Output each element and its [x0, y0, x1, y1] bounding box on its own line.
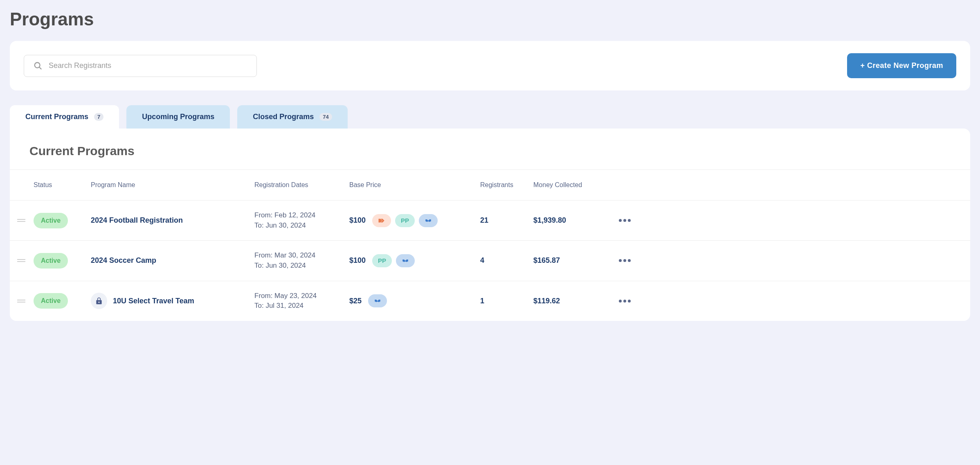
tab-label: Upcoming Programs — [142, 113, 214, 121]
price-value: $25 — [349, 297, 362, 305]
handshake-icon — [368, 294, 387, 307]
money-value: $119.62 — [533, 297, 611, 305]
page-title: Programs — [0, 0, 980, 41]
price-cell: $25 — [349, 294, 480, 307]
toolbar: + Create New Program — [10, 41, 970, 90]
program-name-link[interactable]: 2024 Soccer Camp — [91, 256, 156, 265]
registrants-value: 21 — [480, 216, 533, 225]
svg-point-0 — [35, 62, 40, 68]
price-cell: $100 PP — [349, 214, 480, 227]
status-badge: Active — [34, 213, 68, 228]
tab-current-programs[interactable]: Current Programs 7 — [10, 105, 119, 129]
col-registrants: Registrants — [480, 181, 533, 189]
program-name-link[interactable]: 10U Select Travel Team — [113, 297, 194, 305]
registration-dates: From: Feb 12, 2024 To: Jun 30, 2024 — [254, 210, 349, 230]
program-name-link[interactable]: 2024 Football Registration — [91, 216, 183, 225]
payment-plan-pill: PP — [395, 214, 415, 227]
search-wrapper — [24, 55, 257, 77]
col-price: Base Price — [349, 181, 480, 189]
price-value: $100 — [349, 216, 366, 225]
table-header: Status Program Name Registration Dates B… — [10, 169, 970, 201]
col-name: Program Name — [91, 181, 254, 189]
price-cell: $100 PP — [349, 254, 480, 267]
create-program-button[interactable]: + Create New Program — [847, 53, 956, 78]
tabs: Current Programs 7 Upcoming Programs Clo… — [10, 105, 970, 129]
tab-badge: 74 — [319, 113, 332, 121]
table-row: Active 2024 Football Registration From: … — [10, 201, 970, 241]
registration-dates: From: May 23, 2024 To: Jul 31, 2024 — [254, 291, 349, 311]
tab-closed-programs[interactable]: Closed Programs 74 — [237, 105, 348, 129]
more-icon — [619, 219, 631, 222]
row-actions-button[interactable] — [611, 300, 631, 302]
svg-line-1 — [39, 67, 42, 69]
col-status: Status — [34, 181, 91, 189]
registration-dates: From: Mar 30, 2024 To: Jun 30, 2024 — [254, 251, 349, 271]
registrants-value: 4 — [480, 256, 533, 265]
tab-label: Closed Programs — [253, 113, 314, 121]
price-value: $100 — [349, 256, 366, 265]
status-badge: Active — [34, 253, 68, 269]
tags-icon — [372, 214, 391, 227]
registrants-value: 1 — [480, 297, 533, 305]
section-title: Current Programs — [10, 142, 970, 169]
handshake-icon — [396, 254, 415, 267]
money-value: $1,939.80 — [533, 216, 611, 225]
table-row: Active 2024 Soccer Camp From: Mar 30, 20… — [10, 241, 970, 281]
drag-handle[interactable] — [17, 219, 34, 222]
search-icon — [34, 61, 43, 70]
drag-handle[interactable] — [17, 300, 34, 302]
drag-handle[interactable] — [17, 259, 34, 262]
col-money: Money Collected — [533, 181, 611, 189]
col-dates: Registration Dates — [254, 181, 349, 189]
more-icon — [619, 300, 631, 302]
money-value: $165.87 — [533, 256, 611, 265]
lock-icon — [91, 293, 107, 309]
tab-badge: 7 — [94, 113, 103, 121]
status-badge: Active — [34, 293, 68, 309]
payment-plan-pill: PP — [372, 254, 392, 267]
tab-upcoming-programs[interactable]: Upcoming Programs — [126, 105, 230, 129]
row-actions-button[interactable] — [611, 259, 631, 262]
row-actions-button[interactable] — [611, 219, 631, 222]
handshake-icon — [419, 214, 438, 227]
table-row: Active 10U Select Travel Team From: May … — [10, 281, 970, 321]
more-icon — [619, 259, 631, 262]
tab-label: Current Programs — [25, 113, 88, 121]
content-card: Current Programs Status Program Name Reg… — [10, 129, 970, 321]
search-input[interactable] — [24, 55, 257, 77]
